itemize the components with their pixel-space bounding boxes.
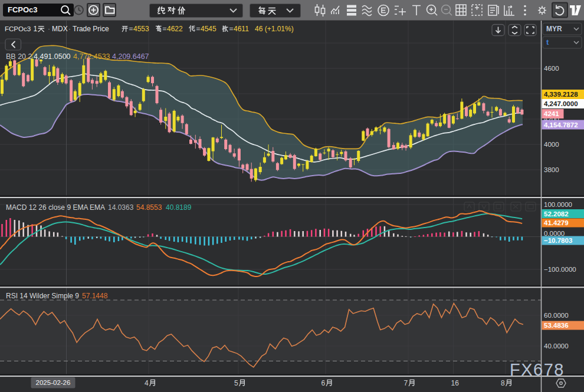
- svg-text:6: 6: [321, 379, 326, 387]
- svg-text:4,154.7872: 4,154.7872: [544, 121, 578, 129]
- svg-text:4622: 4622: [167, 25, 183, 33]
- svg-text:t: t: [546, 38, 549, 47]
- svg-text:52.2082: 52.2082: [544, 210, 569, 218]
- svg-text:4,209.6467: 4,209.6467: [112, 52, 149, 61]
- svg-text:−10.7803: −10.7803: [544, 237, 572, 244]
- svg-text:4,339.2128: 4,339.2128: [544, 91, 578, 98]
- svg-text:8: 8: [501, 379, 505, 387]
- svg-text:7: 7: [404, 379, 408, 387]
- svg-text:53.4836: 53.4836: [544, 322, 569, 329]
- svg-text:4,772.4533: 4,772.4533: [73, 52, 110, 61]
- svg-text:41.4279: 41.4279: [544, 219, 569, 226]
- svg-text:40.8189: 40.8189: [166, 203, 192, 212]
- svg-text:4600: 4600: [544, 65, 559, 72]
- svg-text:BB 20 2: BB 20 2: [6, 52, 32, 61]
- svg-text:40.0000: 40.0000: [544, 342, 569, 350]
- svg-text:4,491.0500: 4,491.0500: [34, 52, 71, 61]
- svg-text:5: 5: [234, 379, 238, 387]
- svg-text:16: 16: [451, 379, 460, 387]
- svg-text:4241: 4241: [544, 110, 559, 117]
- svg-text:·: ·: [68, 25, 71, 33]
- svg-text:1: 1: [34, 25, 38, 33]
- svg-text:4000: 4000: [544, 141, 559, 148]
- svg-text:3800: 3800: [544, 166, 559, 173]
- svg-text:14.0363: 14.0363: [108, 203, 134, 212]
- svg-text:MYR: MYR: [546, 25, 562, 33]
- svg-text:4545: 4545: [201, 25, 216, 33]
- svg-text:46 (+1.01%): 46 (+1.01%): [255, 25, 294, 33]
- svg-text:Trade Price: Trade Price: [73, 25, 109, 33]
- svg-text:100.0000: 100.0000: [544, 201, 572, 208]
- svg-text:4: 4: [145, 379, 149, 387]
- svg-text:FCPOc3: FCPOc3: [5, 25, 31, 32]
- svg-text:60.0000: 60.0000: [544, 312, 569, 319]
- svg-text:2025-02-26: 2025-02-26: [36, 379, 71, 386]
- svg-text:−100.0000: −100.0000: [544, 266, 576, 273]
- svg-text:FX678: FX678: [510, 360, 565, 379]
- svg-text:57.1448: 57.1448: [82, 292, 108, 300]
- svg-text:=: =: [129, 25, 133, 33]
- svg-text:·: ·: [29, 25, 32, 33]
- svg-text:=: =: [196, 25, 201, 33]
- svg-text:4553: 4553: [133, 25, 149, 33]
- svg-text:4,247.0000: 4,247.0000: [544, 100, 578, 107]
- svg-text:·: ·: [48, 25, 50, 33]
- svg-text:4611: 4611: [234, 25, 249, 33]
- svg-text:MACD 12 26 close 9 EMA EMA: MACD 12 26 close 9 EMA EMA: [6, 203, 105, 212]
- svg-text:MDX: MDX: [52, 25, 68, 33]
- svg-text:0.0000: 0.0000: [544, 230, 565, 237]
- svg-text:=: =: [229, 25, 234, 33]
- svg-text:RSI 14 Wilder Simple 9: RSI 14 Wilder Simple 9: [6, 292, 79, 300]
- svg-text:54.8553: 54.8553: [136, 203, 162, 212]
- svg-text:=: =: [163, 25, 167, 33]
